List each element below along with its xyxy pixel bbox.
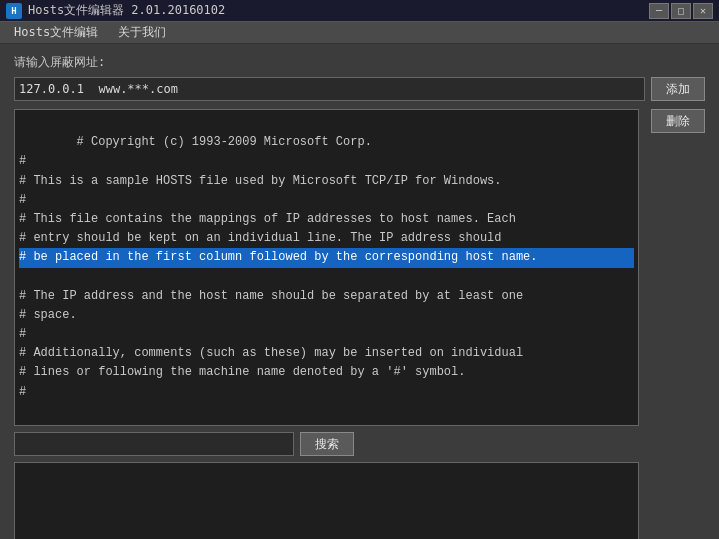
- bottom-section: [14, 462, 639, 539]
- mid-right: 删除 删除: [645, 109, 705, 539]
- maximize-button[interactable]: □: [671, 3, 691, 19]
- mid-container: # Copyright (c) 1993-2009 Microsoft Corp…: [14, 109, 705, 539]
- menu-item-about[interactable]: 关于我们: [108, 22, 176, 43]
- input-row: 添加: [14, 77, 705, 101]
- hosts-line: # The IP address and the host name shoul…: [19, 289, 523, 399]
- main-content: 请输入屏蔽网址: 添加 # Copyright (c) 1993-2009 Mi…: [0, 44, 719, 539]
- input-section: 请输入屏蔽网址: 添加: [14, 54, 705, 101]
- input-label: 请输入屏蔽网址:: [14, 54, 705, 71]
- titlebar-left: H Hosts文件编辑器 2.01.20160102: [6, 2, 225, 19]
- menubar: Hosts文件编辑 关于我们: [0, 22, 719, 44]
- search-button[interactable]: 搜索: [300, 432, 354, 456]
- menu-item-hosts[interactable]: Hosts文件编辑: [4, 22, 108, 43]
- titlebar: H Hosts文件编辑器 2.01.20160102 ─ □ ✕: [0, 0, 719, 22]
- hosts-display[interactable]: # Copyright (c) 1993-2009 Microsoft Corp…: [14, 109, 639, 426]
- search-section: 搜索: [14, 432, 639, 456]
- window-controls: ─ □ ✕: [649, 3, 713, 19]
- close-button[interactable]: ✕: [693, 3, 713, 19]
- app-icon: H: [6, 3, 22, 19]
- minimize-button[interactable]: ─: [649, 3, 669, 19]
- bottom-textarea[interactable]: [14, 462, 639, 539]
- url-input[interactable]: [14, 77, 645, 101]
- delete-button-top[interactable]: 删除: [651, 109, 705, 133]
- hosts-line: # Copyright (c) 1993-2009 Microsoft Corp…: [19, 135, 516, 245]
- add-button[interactable]: 添加: [651, 77, 705, 101]
- search-input[interactable]: [14, 432, 294, 456]
- window-title: Hosts文件编辑器 2.01.20160102: [28, 2, 225, 19]
- mid-left: # Copyright (c) 1993-2009 Microsoft Corp…: [14, 109, 639, 539]
- hosts-line-highlighted: # be placed in the first column followed…: [19, 248, 634, 267]
